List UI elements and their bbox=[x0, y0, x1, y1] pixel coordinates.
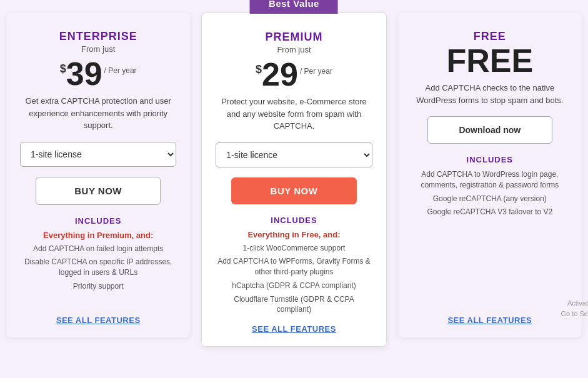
premium-license-select[interactable]: 1-site licence 2-site licence 5-site lic… bbox=[216, 142, 372, 167]
premium-includes-label: INCLUDES bbox=[271, 216, 317, 225]
premium-buy-button[interactable]: BUY NOW bbox=[231, 177, 356, 204]
enterprise-feature-1: Add CAPTCHA on failed login attempts bbox=[33, 244, 163, 254]
pricing-container: ENTERPRISE From just $ 39 / Per year Get… bbox=[6, 6, 582, 347]
premium-price-number: 29 bbox=[262, 58, 298, 91]
activate-watermark: Activat Go to Se bbox=[561, 298, 588, 319]
free-download-button[interactable]: Download now bbox=[427, 116, 552, 144]
enterprise-plan-name: ENTERPRISE bbox=[59, 30, 137, 43]
enterprise-includes-label: INCLUDES bbox=[75, 216, 121, 226]
enterprise-see-all[interactable]: SEE ALL FEATURES bbox=[56, 309, 141, 325]
free-feature-3: Google reCAPTCHA V3 failover to V2 bbox=[427, 207, 552, 217]
free-price: FREE bbox=[446, 44, 533, 77]
premium-from-just: From just bbox=[277, 45, 311, 54]
free-description: Add CAPTCHA checks to the native WordPre… bbox=[412, 82, 568, 106]
premium-see-all[interactable]: SEE ALL FEATURES bbox=[252, 318, 336, 334]
enterprise-card: ENTERPRISE From just $ 39 / Per year Get… bbox=[6, 12, 190, 337]
enterprise-feature-highlight: Everything in Premium, and: bbox=[43, 231, 153, 240]
premium-price-symbol: $ bbox=[256, 63, 262, 76]
enterprise-price-period: / Per year bbox=[104, 66, 137, 75]
enterprise-price-number: 39 bbox=[66, 57, 102, 90]
premium-price-block: $ 29 / Per year bbox=[256, 58, 332, 91]
premium-plan-name: PREMIUM bbox=[265, 31, 322, 44]
enterprise-feature-3: Priority support bbox=[73, 281, 124, 292]
premium-feature-1: 1-click WooCommerce support bbox=[243, 243, 346, 254]
premium-card: Best Value PREMIUM From just $ 29 / Per … bbox=[201, 12, 386, 347]
premium-price-period: / Per year bbox=[300, 67, 332, 76]
premium-feature-2: Add CAPTCHA to WPForms, Gravity Forms & … bbox=[216, 256, 372, 277]
enterprise-price-block: $ 39 / Per year bbox=[60, 57, 137, 90]
free-card: FREE FREE Add CAPTCHA checks to the nati… bbox=[398, 12, 582, 337]
premium-description: Protect your website, e-Commerce store a… bbox=[216, 96, 372, 132]
free-includes-label: INCLUDES bbox=[467, 155, 513, 164]
enterprise-feature-2: Disable CAPTCHA on specific IP addresses… bbox=[20, 257, 176, 278]
enterprise-description: Get extra CAPTCHA protection and user ex… bbox=[20, 95, 176, 132]
free-feature-1: Add CAPTCHA to WordPress login page, com… bbox=[412, 169, 568, 191]
enterprise-price-symbol: $ bbox=[60, 62, 66, 76]
enterprise-from-just: From just bbox=[81, 44, 115, 54]
enterprise-buy-button[interactable]: BUY NOW bbox=[36, 177, 161, 205]
free-feature-2: Google reCAPTCHA (any version) bbox=[433, 194, 547, 204]
free-plan-name: FREE bbox=[474, 30, 506, 43]
premium-feature-3: hCaptcha (GDPR & CCPA compliant) bbox=[232, 281, 356, 291]
best-value-badge: Best Value bbox=[250, 0, 338, 14]
premium-feature-4: Cloudflare Turnstile (GDPR & CCPA compli… bbox=[216, 294, 372, 316]
enterprise-license-select[interactable]: 1-site license 2-site license 5-site lic… bbox=[20, 142, 176, 167]
free-see-all[interactable]: SEE ALL FEATURES bbox=[447, 309, 532, 325]
premium-feature-highlight: Everything in Free, and: bbox=[247, 230, 340, 239]
